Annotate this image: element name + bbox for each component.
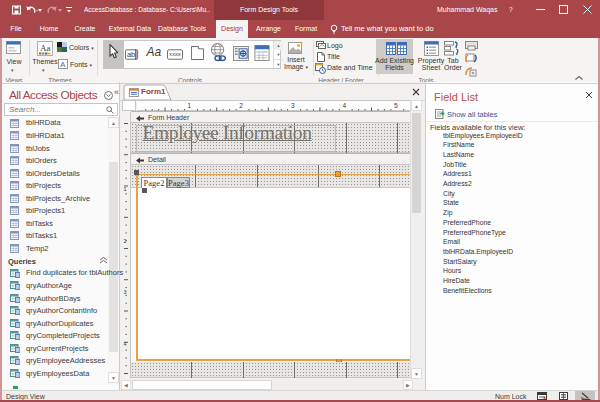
svg-text:xxxx: xxxx (169, 51, 180, 57)
svg-text:A: A (60, 60, 66, 69)
svg-text:ab: ab (127, 50, 135, 59)
svg-text:Aa: Aa (40, 43, 51, 53)
